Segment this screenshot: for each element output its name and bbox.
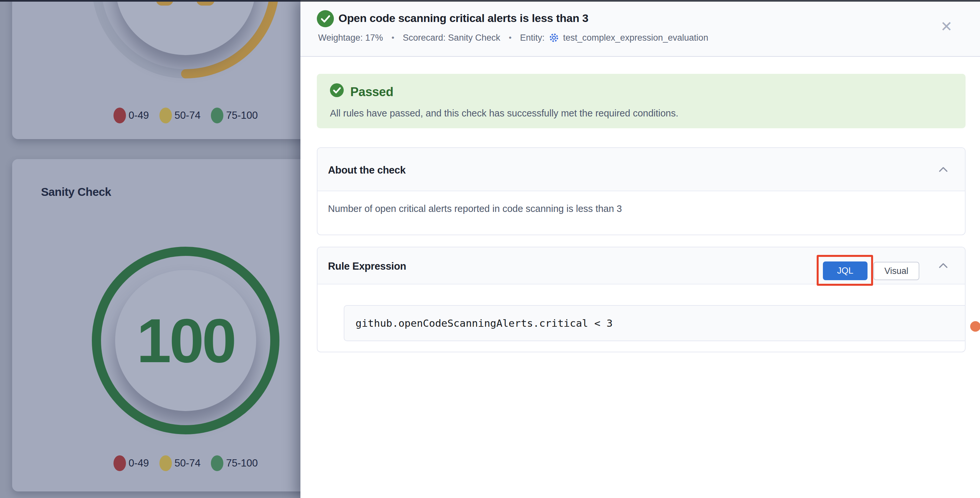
clipped-top-bar	[0, 0, 301, 2]
status-title: Passed	[350, 85, 393, 99]
scorecard-value: Scorecard: Sanity Check	[403, 33, 500, 43]
legend-red-dot-icon	[113, 108, 126, 123]
legend-label: 75-100	[226, 110, 258, 121]
chevron-up-icon[interactable]	[939, 166, 948, 173]
legend-item: 50-74	[159, 108, 200, 123]
edge-marker-dot	[970, 321, 980, 332]
legend-item: 75-100	[211, 455, 258, 471]
legend-green-dot-icon	[211, 108, 223, 123]
check-circle-icon	[317, 10, 334, 27]
passed-status-banner: Passed All rules have passed, and this c…	[317, 74, 966, 128]
visual-tab-button[interactable]: Visual	[873, 262, 920, 280]
drawer-header: Open code scanning critical alerts is le…	[301, 0, 980, 57]
chevron-up-icon[interactable]	[939, 263, 948, 269]
check-title: Open code scanning critical alerts is le…	[339, 12, 589, 25]
legend-label: 75-100	[226, 457, 258, 469]
legend-gold-dot-icon	[159, 455, 172, 471]
legend-label: 50-74	[175, 110, 200, 121]
section-title: Rule Expression	[328, 261, 406, 272]
screen: 0-49 50-74 75-100 Sanity Check 100 0-49 …	[0, 0, 980, 498]
rule-panel-header[interactable]: Rule Expression JQL Visual	[318, 247, 965, 285]
about-description: Number of open critical alerts reported …	[318, 191, 965, 226]
check-detail-drawer: Open code scanning critical alerts is le…	[301, 0, 980, 498]
legend-item: 75-100	[211, 108, 258, 123]
close-button[interactable]: ✕	[939, 19, 955, 34]
section-title: About the check	[328, 164, 406, 176]
rule-expression-code-block: github.openCodeScanningAlerts.critical <…	[344, 305, 966, 341]
legend-label: 50-74	[175, 457, 200, 469]
bullet-separator: •	[509, 33, 511, 42]
clipped-top-bar	[301, 0, 980, 2]
entity-label: Entity:	[520, 33, 545, 43]
bullet-separator: •	[391, 33, 394, 42]
rule-expression-panel: Rule Expression JQL Visual github.openCo…	[317, 247, 966, 352]
about-the-check-panel: About the check Number of open critical …	[317, 147, 966, 235]
about-panel-header[interactable]: About the check	[318, 148, 965, 191]
legend-label: 0-49	[129, 457, 149, 469]
check-meta-row: Weightage: 17% • Scorecard: Sanity Check…	[318, 32, 708, 43]
entity-name: test_complex_expression_evaluation	[563, 33, 708, 43]
status-message: All rules have passed, and this check ha…	[330, 108, 678, 119]
legend-item: 0-49	[113, 455, 149, 471]
legend-item: 50-74	[159, 455, 200, 471]
legend-gold-dot-icon	[159, 108, 172, 123]
legend-red-dot-icon	[113, 455, 126, 471]
check-circle-icon	[330, 83, 344, 97]
weightage-value: Weightage: 17%	[318, 33, 383, 43]
entity-link[interactable]: Entity: test_complex_expression_evaluati…	[520, 32, 708, 43]
legend-label: 0-49	[129, 110, 149, 121]
jql-tab-button[interactable]: JQL	[823, 261, 867, 280]
rule-expression-text: github.openCodeScanningAlerts.critical <…	[356, 306, 612, 340]
card-title: Sanity Check	[41, 185, 111, 199]
legend-green-dot-icon	[211, 455, 223, 471]
legend-item: 0-49	[113, 108, 149, 123]
entity-gear-icon	[549, 32, 559, 43]
